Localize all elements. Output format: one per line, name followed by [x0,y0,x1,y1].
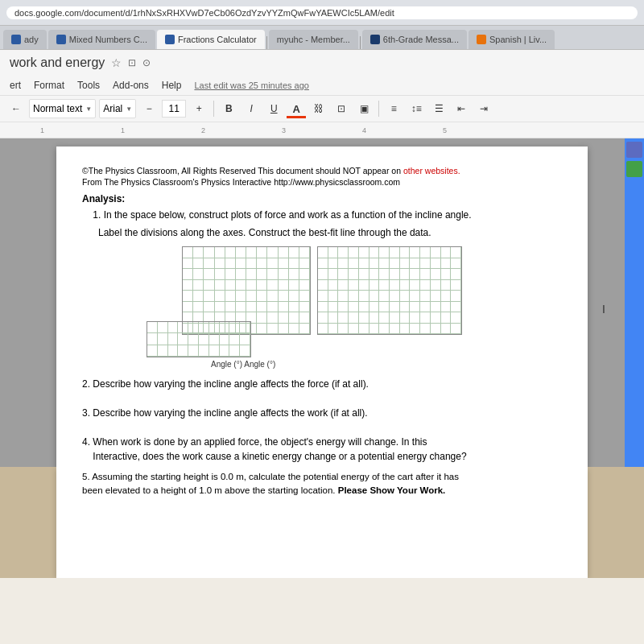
menu-help[interactable]: Help [162,80,182,91]
font-decrease-button[interactable]: − [139,99,159,118]
ruler-mark-5: 5 [443,126,447,134]
grid-cell [441,280,452,291]
grid-cell [431,280,441,291]
grid-cell [199,322,209,333]
grid-cell [257,258,267,270]
grid-cell [338,269,349,280]
toolbar-sep-2 [378,101,379,117]
folder-icon[interactable]: ⊡ [128,57,136,68]
tab-fractions[interactable]: Fractions Calculator [157,30,265,49]
grid-cell [379,269,390,280]
menu-format[interactable]: Format [34,80,64,91]
grid-cell [338,247,349,258]
grid-cell [225,302,236,313]
grid-cell [410,247,420,258]
grid-cell [267,280,278,291]
grid-cell [318,269,328,280]
style-select[interactable]: Normal text ▼ [29,99,96,118]
grid-cell [257,269,267,280]
grid-cell [204,258,214,270]
line-spacing-button[interactable]: ↕≡ [407,99,426,118]
grid-cell [299,269,310,280]
font-size-input[interactable] [162,100,186,118]
docs-outer: work and energy ☆ ⊡ ⊙ ert Format Tools A… [0,50,644,467]
grid-cell [193,258,204,270]
tab-6th[interactable]: 6th-Grade Messa... [362,30,467,49]
list-button[interactable]: ☰ [429,99,448,118]
grid-cell [193,247,204,258]
grid-cell [299,258,310,270]
grid-cell [183,247,193,258]
chart-bottom-wrapper: (function(){ var c = document.currentScr… [147,321,251,357]
tab-mixed[interactable]: Mixed Numbers C... [48,30,155,49]
grid-cell [215,302,225,313]
docs-title: work and energy [10,56,105,70]
grid-cell [257,280,267,291]
grid-cell [246,269,257,280]
grid-cell [240,322,250,333]
font-increase-button[interactable]: + [189,99,208,118]
menu-ert[interactable]: ert [10,80,21,91]
grid-cell [289,269,299,280]
grid-cell [158,345,168,357]
grid-cell [236,291,246,302]
grid-cell [410,269,420,280]
grid-cell [209,345,220,357]
grid-cell [220,322,230,333]
grid-cell [369,280,380,291]
grid-cell [431,291,441,302]
grid-cell [349,269,359,280]
charts-area: // generate cells (function(){ var c = d… [82,246,562,351]
font-color-button[interactable]: A [287,99,306,118]
tab-myuhc[interactable]: myuhc - Member... [269,30,358,49]
menu-addons[interactable]: Add-ons [113,80,149,91]
indent-more-button[interactable]: ⇥ [474,99,493,118]
tab-spanish[interactable]: Spanish | Liv... [469,30,555,49]
underline-button[interactable]: U [264,99,283,118]
grid-cell [168,345,179,357]
align-left-button[interactable]: ≡ [384,99,403,118]
tab-ready[interactable]: ady [3,30,47,49]
image-button[interactable]: ▣ [354,99,374,118]
doc-page[interactable]: ©The Physics Classroom, All Rights Reser… [56,147,588,467]
grid-cell [199,333,209,345]
grid-cell [349,302,359,313]
indent-less-button[interactable]: ⇤ [452,99,471,118]
grid-cell [349,258,359,270]
grid-cell [338,312,349,324]
grid-cell [246,247,257,258]
bottom-doc-content[interactable]: 5. Assuming the starting height is 0.0 m… [56,467,588,578]
grid-cell [246,258,257,270]
cloud-icon[interactable]: ⊙ [142,57,151,68]
text-cursor: I [602,303,605,316]
tab-icon-mixed [56,35,66,44]
grid-cell [188,333,199,345]
side-btn-1[interactable] [626,142,642,158]
grid-cell [225,258,236,270]
grid-cell [369,302,380,313]
star-icon[interactable]: ☆ [111,56,122,69]
url-input[interactable]: docs.google.com/document/d/1rhNxSxRHXVwD… [6,6,638,19]
grid-cell [400,324,411,335]
italic-button[interactable]: I [242,99,261,118]
grid-cell [451,247,461,258]
grid-cell [267,324,278,335]
tab-label-myuhc: myuhc - Member... [277,35,350,44]
grid-cell [267,291,278,302]
comment-button[interactable]: ⊡ [332,99,351,118]
bold-button[interactable]: B [219,99,238,118]
font-select[interactable]: Arial ▼ [99,99,136,118]
link-button[interactable]: ⛓ [309,99,328,118]
grid-cell [390,324,400,335]
grid-cell [420,247,431,258]
grid-cell [204,302,214,313]
grid-cell [431,312,441,324]
question-2: 2. Describe how varying the incline angl… [82,377,562,391]
menu-tools[interactable]: Tools [77,80,100,91]
grid-cell [289,247,299,258]
grid-cell [178,345,188,357]
side-btn-2[interactable] [626,161,642,177]
undo-icon[interactable]: ← [6,99,26,118]
grid-cell [369,312,380,324]
tab-icon-spanish [477,35,486,44]
